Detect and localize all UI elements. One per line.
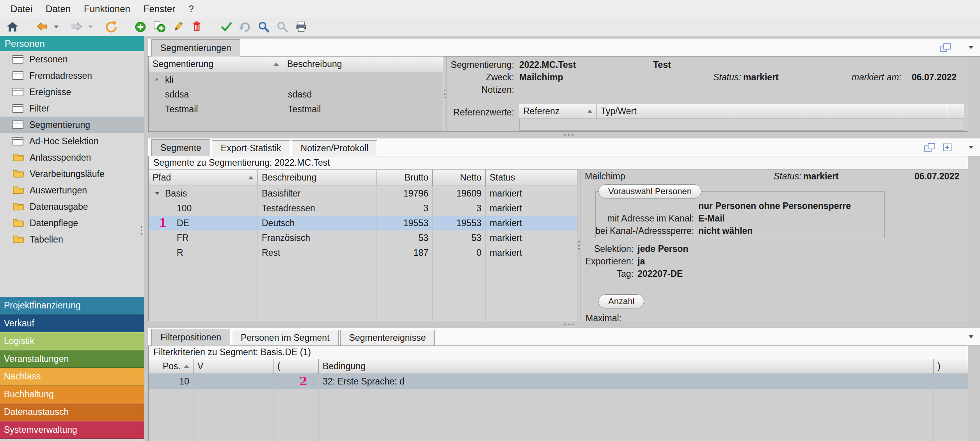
sidebar-header[interactable]: Personen xyxy=(0,36,144,51)
module-veranstaltungen[interactable]: Veranstaltungen xyxy=(0,350,144,368)
sidebar-item-personen[interactable]: Personen xyxy=(0,51,144,67)
edit-button[interactable] xyxy=(169,19,187,35)
column-header-pfad[interactable]: Pfad xyxy=(149,170,258,186)
segment-row-selected[interactable]: 1 DE Deutsch 19553 19553 markiert xyxy=(149,216,577,230)
restore-pane-button[interactable] xyxy=(921,138,939,156)
segment-netto: 53 xyxy=(471,233,481,243)
tab-notizen-protokoll[interactable]: Notizen/Protokoll xyxy=(292,140,378,156)
back-button[interactable] xyxy=(33,19,51,35)
menu-daten[interactable]: Daten xyxy=(39,4,77,14)
sidebar-item-filter[interactable]: Filter xyxy=(0,100,144,117)
column-header-status[interactable]: Status xyxy=(486,170,577,186)
segmentierung-row[interactable]: Testmail Testmail xyxy=(149,102,443,117)
tree-collapsed-icon[interactable] xyxy=(154,77,160,82)
module-verkauf[interactable]: Verkauf xyxy=(0,315,144,333)
sidebar-item-segmentierung[interactable]: Segmentierung xyxy=(0,117,144,133)
panel-menu-button[interactable] xyxy=(962,328,980,345)
menu-funktionen[interactable]: Funktionen xyxy=(77,4,137,14)
module-datenaustausch[interactable]: Datenaustausch xyxy=(0,403,144,421)
panel-menu-button[interactable] xyxy=(962,39,980,56)
forward-button[interactable] xyxy=(67,19,86,35)
vertical-splitter[interactable] xyxy=(443,57,447,131)
tab-segmentereignisse[interactable]: Segmentereignisse xyxy=(340,330,435,345)
tab-segmentierungen[interactable]: Segmentierungen xyxy=(151,39,240,57)
segmentierungen-panel: Segmentierung Beschreibung kli sddsa sda… xyxy=(148,57,968,132)
restore-pane-button[interactable] xyxy=(936,39,954,56)
column-header-open-paren[interactable]: ( xyxy=(273,359,319,374)
module-buchhaltung[interactable]: Buchhaltung xyxy=(0,386,144,404)
module-projektfinanzierung[interactable]: Projektfinanzierung xyxy=(0,297,144,315)
column-header-bedingung[interactable]: Bedingung xyxy=(319,359,934,374)
panel-menu-button[interactable] xyxy=(962,138,980,156)
sidebar-item-datenpflege[interactable]: Datenpflege xyxy=(0,215,144,231)
column-header-netto[interactable]: Netto xyxy=(433,170,486,186)
tab-personen-im-segment[interactable]: Personen im Segment xyxy=(232,330,339,345)
delete-button[interactable] xyxy=(187,19,206,35)
segment-row[interactable]: Basis Basisfilter 19796 19609 markiert xyxy=(149,186,577,201)
segment-row[interactable]: FR Französisch 53 53 markiert xyxy=(149,230,577,245)
search-inactive-button[interactable] xyxy=(273,19,292,35)
module-systemverwaltung[interactable]: Systemverwaltung xyxy=(0,421,144,439)
sidebar-item-datenausgabe[interactable]: Datenausgabe xyxy=(0,198,144,215)
pencil-icon xyxy=(171,20,185,34)
tab-filterpositionen[interactable]: Filterpositionen xyxy=(151,329,230,346)
back-history-button[interactable] xyxy=(51,19,61,35)
tab-label: Notizen/Protokoll xyxy=(301,143,369,154)
segmentierung-row[interactable]: sddsa sdasd xyxy=(149,87,443,102)
column-header-beschreibung[interactable]: Beschreibung xyxy=(258,170,376,186)
module-label: Buchhaltung xyxy=(4,389,54,400)
anzahl-button[interactable]: Anzahl xyxy=(598,294,644,308)
column-header-brutto[interactable]: Brutto xyxy=(376,170,433,186)
sidebar-item-auswertungen[interactable]: Auswertungen xyxy=(0,182,144,198)
new-button[interactable] xyxy=(131,19,150,35)
undo-button[interactable] xyxy=(236,19,254,35)
column-header-segmentierung[interactable]: Segmentierung xyxy=(149,57,283,72)
add-pane-button[interactable] xyxy=(939,138,957,156)
menu-datei[interactable]: Datei xyxy=(4,4,39,14)
sidebar-item-label: Fremdadressen xyxy=(29,71,92,81)
sidebar-item-adhoc-selektion[interactable]: Ad-Hoc Selektion xyxy=(0,133,144,149)
search-button[interactable] xyxy=(254,19,273,35)
filter-row-selected[interactable]: 10 2 32: Erste Sprache: d xyxy=(149,374,968,389)
vorauswahl-personen-button[interactable]: Vorauswahl Personen xyxy=(598,184,701,198)
column-header-pos[interactable]: Pos. xyxy=(149,359,194,374)
tag-label: Tag: xyxy=(581,269,634,279)
horizontal-splitter[interactable] xyxy=(148,132,980,138)
sidebar-item-ereignisse[interactable]: Ereignisse xyxy=(0,84,144,100)
vertical-splitter[interactable] xyxy=(577,170,581,321)
print-button[interactable] xyxy=(292,19,311,35)
sidebar-item-fremdadressen[interactable]: Fremdadressen xyxy=(0,67,144,84)
module-label: Logistik xyxy=(4,336,34,346)
sidebar-item-tabellen[interactable]: Tabellen xyxy=(0,231,144,248)
new-from-template-button[interactable] xyxy=(150,19,169,35)
segment-row[interactable]: R Rest 187 0 markiert xyxy=(149,245,577,260)
module-logistik[interactable]: Logistik xyxy=(0,332,144,350)
refresh-button[interactable] xyxy=(101,19,120,35)
tab-segmente[interactable]: Segmente xyxy=(151,139,210,156)
column-header-close-paren[interactable]: ) xyxy=(934,359,968,374)
filterpositionen-panel: Filterkriterien zu Segment: Basis.DE (1)… xyxy=(148,346,968,441)
tree-expanded-icon[interactable] xyxy=(154,191,160,196)
segmentierung-label: Segmentierung: xyxy=(447,60,514,70)
sidebar-item-label: Segmentierung xyxy=(29,120,90,130)
horizontal-splitter[interactable] xyxy=(148,321,980,328)
menu-help[interactable]: ? xyxy=(182,4,200,14)
sidebar-item-anlassspenden[interactable]: Anlassspenden xyxy=(0,149,144,166)
sidebar-splitter[interactable] xyxy=(141,226,142,235)
forward-history-button[interactable] xyxy=(86,19,95,35)
menu-fenster[interactable]: Fenster xyxy=(137,4,182,14)
column-header-typ-wert[interactable]: Typ/Wert xyxy=(597,104,947,119)
column-header-referenz[interactable]: Referenz xyxy=(519,104,597,119)
status-label: Status: xyxy=(713,72,741,83)
filter-bedingung: 32: Erste Sprache: d xyxy=(323,376,405,387)
home-button[interactable] xyxy=(3,19,22,35)
segment-row[interactable]: 100 Testadressen 3 3 markiert xyxy=(149,201,577,216)
column-header-beschreibung[interactable]: Beschreibung xyxy=(283,57,443,72)
panes-icon xyxy=(924,142,936,152)
segmentierung-row[interactable]: kli xyxy=(149,72,443,87)
sidebar-item-verarbeitungslaeufe[interactable]: Verarbeitungsläufe xyxy=(0,166,144,182)
module-nachlass[interactable]: Nachlass xyxy=(0,368,144,386)
column-header-v[interactable]: V xyxy=(194,359,273,374)
tab-export-statistik[interactable]: Export-Statistik xyxy=(212,140,290,156)
apply-button[interactable] xyxy=(217,19,236,35)
